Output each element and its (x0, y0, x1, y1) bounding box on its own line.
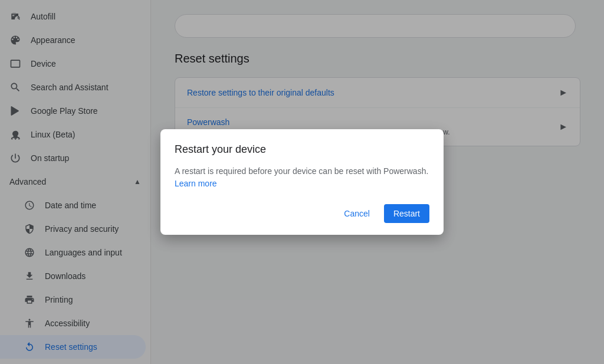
modal-overlay: Restart your device A restart is require… (0, 0, 604, 364)
learn-more-link[interactable]: Learn more (175, 179, 217, 188)
restart-dialog: Restart your device A restart is require… (160, 129, 444, 235)
dialog-actions: Cancel Restart (175, 204, 429, 223)
dialog-title: Restart your device (175, 143, 429, 156)
dialog-body-text: A restart is required before your device… (175, 166, 428, 176)
restart-button[interactable]: Restart (384, 204, 429, 223)
cancel-button[interactable]: Cancel (334, 204, 379, 223)
dialog-body: A restart is required before your device… (175, 165, 429, 190)
